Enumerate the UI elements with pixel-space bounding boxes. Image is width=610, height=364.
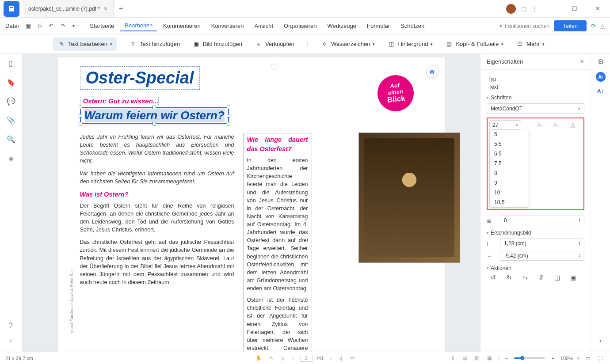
font-color-icon[interactable]: A (569, 121, 577, 128)
print-icon[interactable]: ⎙ (35, 21, 44, 31)
menu-konvertieren[interactable]: Konvertieren (207, 21, 248, 31)
pdf-app-logo-icon (8, 5, 15, 12)
appearance-section-header[interactable]: Erscheinungsbild (487, 230, 584, 236)
next-page-icon[interactable]: › (328, 356, 333, 361)
font-size-dropdown[interactable]: 5 5,5 6,5 7,5 8 9 10 10,5 (489, 129, 529, 208)
more-button[interactable]: ☰ Mehr▾ (516, 40, 545, 48)
add-image-button[interactable]: ▣ Bild hinzufügen (192, 40, 242, 48)
new-tab-button[interactable]: + (114, 5, 128, 13)
comment-icon[interactable]: ▢ (521, 5, 526, 12)
maximize-button[interactable]: ☐ (566, 0, 583, 18)
ai-icon[interactable]: AI (596, 72, 606, 82)
link-button[interactable]: ⟐ Verknüpfen (255, 40, 294, 48)
edit-text-button[interactable]: ✎ Text bearbeiten ▾ (53, 38, 117, 51)
help-icon[interactable]: ? (9, 322, 13, 330)
last-page-icon[interactable]: ›| (338, 356, 344, 361)
replace-icon[interactable]: ▣ (569, 274, 577, 281)
increase-size-icon[interactable]: A↑ (537, 121, 545, 128)
view-facing-icon[interactable]: ▥ (473, 355, 481, 361)
search-icon[interactable]: 🔍 (7, 135, 15, 144)
chevron-down-icon[interactable]: ▾ (70, 22, 77, 30)
line-spacing-input[interactable]: 0 ▴▾ (500, 216, 584, 225)
height-input[interactable]: -9,42 (cm) ▴▾ (500, 251, 584, 261)
bookmarks-icon[interactable]: 🔖 (7, 78, 15, 87)
layers-icon[interactable]: ◈ (8, 154, 14, 163)
file-menu[interactable]: Datei (5, 23, 19, 29)
read-mode-icon[interactable]: ▭ (348, 355, 356, 361)
width-input[interactable]: 1,28 (cm) ▴▾ (500, 239, 584, 248)
size-option[interactable]: 7,5 (490, 159, 529, 168)
zoom-out-icon[interactable]: − (503, 356, 510, 361)
redo-icon[interactable]: ↷ (58, 21, 68, 31)
menu-organisieren[interactable]: Organisieren (279, 21, 321, 31)
view-book-icon[interactable]: ▦ (485, 355, 493, 361)
rotate-left-icon[interactable]: ↺ (489, 274, 497, 281)
expand-rail-icon[interactable]: › (599, 337, 602, 345)
word-export-badge[interactable]: W (426, 65, 438, 78)
user-avatar[interactable] (506, 4, 516, 14)
close-panel-icon[interactable]: ✕ (580, 58, 584, 65)
size-option[interactable]: 8 (490, 168, 529, 178)
size-option[interactable]: 10,5 (490, 197, 529, 207)
title-textbox[interactable]: Oster-Special (80, 66, 200, 90)
menu-formular[interactable]: Formular (362, 21, 394, 31)
size-option[interactable]: 9 (490, 178, 529, 188)
fullscreen-icon[interactable]: ⛶ (596, 356, 605, 361)
subtitle2-textbox-selected[interactable]: Warum feiern wir Ostern? (80, 107, 229, 124)
size-option[interactable]: 5 (490, 129, 529, 139)
size-option[interactable]: 10 (490, 188, 529, 197)
zoom-in-icon[interactable]: + (549, 356, 556, 361)
close-window-button[interactable]: ✕ (589, 0, 606, 18)
content-image[interactable] (358, 133, 460, 263)
page-number-input[interactable]: 3 (300, 355, 313, 362)
settings-icon[interactable]: ⚙ (598, 57, 604, 66)
menu-schuetzen[interactable]: Schützen (396, 21, 429, 31)
document-canvas[interactable]: W ♡ Oster-Special Ostern: Gut zu wissen.… (22, 54, 480, 352)
kebab-menu-icon[interactable]: ⋮ (532, 5, 538, 12)
crop-icon[interactable]: ◫ (553, 274, 561, 281)
size-option[interactable]: 6,5 (490, 149, 529, 159)
menu-werkzeuge[interactable]: Werkzeuge (323, 21, 361, 31)
thumbnails-icon[interactable]: ▯ (9, 59, 13, 68)
undo-icon[interactable]: ↶ (46, 21, 56, 31)
zoom-value[interactable]: 100% (560, 356, 573, 361)
first-page-icon[interactable]: |‹ (280, 356, 286, 361)
function-search[interactable]: ✦ Funktionen suchen (499, 23, 549, 29)
select-tool-icon[interactable]: ↖ (268, 355, 275, 361)
zoom-slider[interactable] (514, 357, 545, 359)
document-tab[interactable]: osterpaket_sc...amilie (7).pdf * ✕ (23, 0, 114, 17)
menu-startseite[interactable]: Startseite (85, 21, 118, 31)
decrease-size-icon[interactable]: A↓ (553, 121, 561, 128)
actions-section-header[interactable]: Aktionen (487, 265, 584, 271)
view-continuous-icon[interactable]: ▤ (461, 355, 469, 361)
header-footer-button[interactable]: ▤ Kopf- & Fußzeile▾ (445, 40, 503, 48)
minimize-button[interactable]: — (543, 0, 560, 18)
menu-ansicht[interactable]: Ansicht (250, 21, 278, 31)
menu-bearbeiten[interactable]: Bearbeiten (120, 20, 157, 31)
share-button[interactable]: Teilen (554, 20, 587, 31)
size-option[interactable]: 5,5 (490, 139, 529, 149)
fit-width-icon[interactable]: ▭ (584, 355, 592, 361)
save-icon[interactable]: ▣ (23, 21, 34, 31)
font-family-select[interactable]: MetaCondOT ▾ (487, 103, 584, 114)
subtitle1-textbox[interactable]: Ostern: Gut zu wissen... (80, 97, 159, 105)
rotate-right-icon[interactable]: ↻ (505, 274, 513, 281)
sync-icon[interactable]: ⟳ (591, 23, 596, 29)
watermark-button[interactable]: ◊ Wasserzeichen▾ (320, 40, 375, 48)
collapse-ribbon-icon[interactable]: △ (600, 23, 605, 29)
close-tab-icon[interactable]: ✕ (103, 6, 108, 12)
collapse-sidebar-icon[interactable]: ‹ (10, 337, 12, 345)
convert-icon[interactable]: A↕ (597, 88, 604, 95)
fonts-section-header[interactable]: Schriften (487, 95, 584, 101)
font-size-input[interactable]: 27 ▾ (489, 120, 521, 130)
menu-kommentieren[interactable]: Kommentieren (159, 21, 205, 31)
add-text-button[interactable]: T Text hinzufügen (129, 40, 180, 48)
view-single-icon[interactable]: ▯ (450, 355, 456, 361)
hand-tool-icon[interactable]: ✋ (254, 355, 263, 361)
attachments-icon[interactable]: 📎 (7, 116, 15, 125)
comments-icon[interactable]: 💬 (7, 97, 15, 106)
prev-page-icon[interactable]: ‹ (290, 356, 296, 361)
background-button[interactable]: ◫ Hintergrund▾ (387, 40, 433, 48)
flip-horizontal-icon[interactable]: ⇋ (521, 274, 529, 281)
flip-vertical-icon[interactable]: ⇵ (537, 274, 545, 281)
